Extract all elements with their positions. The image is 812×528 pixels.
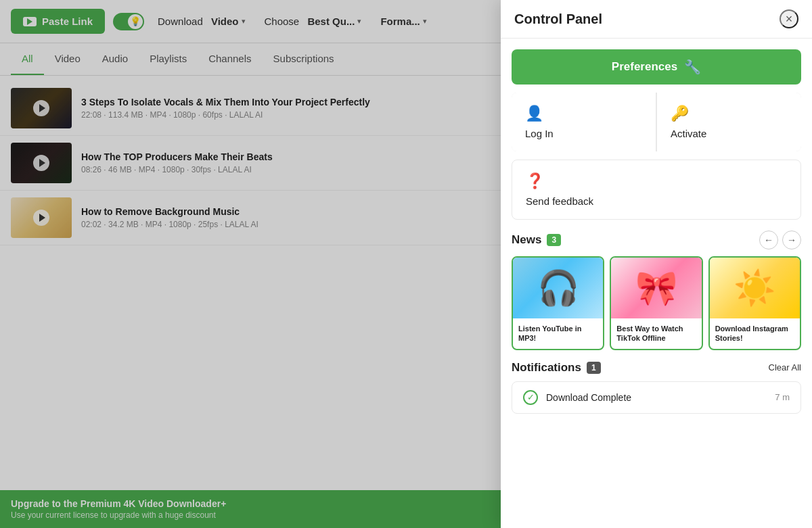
notifications-section: Notifications 1 Clear All ✓ Download Com… (512, 361, 801, 414)
activate-label: Activate (671, 128, 788, 139)
news-card-label: Download Instagram Stories! (710, 318, 800, 349)
play-button (33, 155, 49, 171)
download-type-label: Video (211, 16, 239, 27)
news-title: News 3 (512, 233, 561, 247)
news-card-image: 🎀 (611, 258, 701, 318)
login-label: Log In (525, 128, 642, 139)
news-card[interactable]: 🎀 Best Way to Watch TikTok Offline (610, 256, 702, 350)
feedback-button[interactable]: ❓ Send feedback (512, 160, 801, 220)
news-header: News 3 ← → (512, 231, 801, 249)
notification-time: 7 m (775, 392, 790, 402)
control-panel: Control Panel × Preferences 🔧 👤 Log In 🔑… (501, 0, 812, 528)
news-section: News 3 ← → 🎧 Listen YouTube (512, 231, 801, 350)
format-dropdown[interactable]: Forma... ▾ (375, 11, 432, 31)
tab-all[interactable]: All (11, 43, 44, 75)
play-button (33, 210, 49, 226)
video-thumbnail (11, 143, 72, 183)
news-next-button[interactable]: → (782, 231, 801, 249)
wrench-icon: 🔧 (684, 59, 701, 75)
tab-playlists[interactable]: Playlists (139, 43, 198, 75)
tab-video[interactable]: Video (44, 43, 91, 75)
toggle-switch[interactable]: 💡 (113, 13, 144, 30)
quality-choose-label: Choose (265, 16, 300, 27)
feedback-label: Send feedback (526, 195, 787, 207)
news-cards: 🎧 Listen YouTube in MP3! 🎀 Best Way to W… (512, 256, 801, 350)
video-thumbnail (11, 197, 72, 238)
tab-audio[interactable]: Audio (91, 43, 139, 75)
preferences-button[interactable]: Preferences 🔧 (512, 49, 801, 85)
news-prev-button[interactable]: ← (759, 231, 778, 249)
download-type-dropdown[interactable]: Download Video ▾ (152, 11, 250, 31)
download-label: Download (158, 16, 203, 27)
close-button[interactable]: × (780, 9, 798, 28)
close-icon: × (786, 12, 793, 26)
tab-channels[interactable]: Channels (198, 43, 262, 75)
check-icon: ✓ (523, 390, 538, 405)
quality-value-label: Best Qu... (307, 16, 355, 27)
play-button (33, 100, 49, 116)
activate-button[interactable]: 🔑 Activate (657, 93, 801, 151)
login-activate-grid: 👤 Log In 🔑 Activate (512, 93, 801, 151)
control-panel-header: Control Panel × (501, 0, 812, 39)
news-card-image: 🎧 (513, 258, 603, 318)
news-card-label: Best Way to Watch TikTok Offline (611, 318, 701, 349)
news-card[interactable]: ☀️ Download Instagram Stories! (708, 256, 801, 350)
news-card[interactable]: 🎧 Listen YouTube in MP3! (512, 256, 604, 350)
video-thumbnail (11, 88, 72, 128)
news-card-image: ☀️ (710, 258, 800, 318)
tab-subscriptions[interactable]: Subscriptions (263, 43, 345, 75)
user-icon: 👤 (525, 105, 642, 122)
login-button[interactable]: 👤 Log In (512, 93, 656, 151)
news-nav: ← → (759, 231, 801, 249)
bulb-icon: 💡 (130, 16, 141, 26)
chevron-down-icon-3: ▾ (423, 17, 427, 26)
arrow-left-icon: ← (764, 235, 773, 245)
paste-link-label: Paste Link (42, 16, 93, 27)
notification-item[interactable]: ✓ Download Complete 7 m (512, 381, 801, 414)
quality-dropdown[interactable]: Choose Best Qu... ▾ (259, 11, 367, 31)
control-panel-body: Preferences 🔧 👤 Log In 🔑 Activate ❓ Send… (501, 39, 812, 528)
toggle-knob: 💡 (128, 14, 143, 29)
clear-all-button[interactable]: Clear All (769, 362, 801, 373)
notification-text: Download Complete (546, 392, 767, 403)
notifications-badge: 1 (587, 362, 601, 374)
format-label: Forma... (380, 16, 420, 27)
chevron-down-icon-2: ▾ (357, 17, 361, 26)
control-panel-title: Control Panel (514, 11, 602, 27)
notifications-title: Notifications 1 (512, 361, 601, 375)
news-card-label: Listen YouTube in MP3! (513, 318, 603, 349)
youtube-icon (23, 17, 37, 26)
question-icon: ❓ (526, 172, 787, 190)
news-badge: 3 (547, 234, 561, 246)
headphones-emoji: 🎧 (537, 268, 579, 308)
preferences-label: Preferences (612, 60, 677, 74)
arrow-right-icon: → (787, 235, 796, 245)
instagram-emoji: ☀️ (734, 268, 775, 308)
tiktok-emoji: 🎀 (635, 268, 677, 308)
key-icon: 🔑 (671, 105, 788, 122)
notifications-header: Notifications 1 Clear All (512, 361, 801, 375)
paste-link-button[interactable]: Paste Link (11, 9, 105, 34)
chevron-down-icon: ▾ (242, 17, 246, 26)
